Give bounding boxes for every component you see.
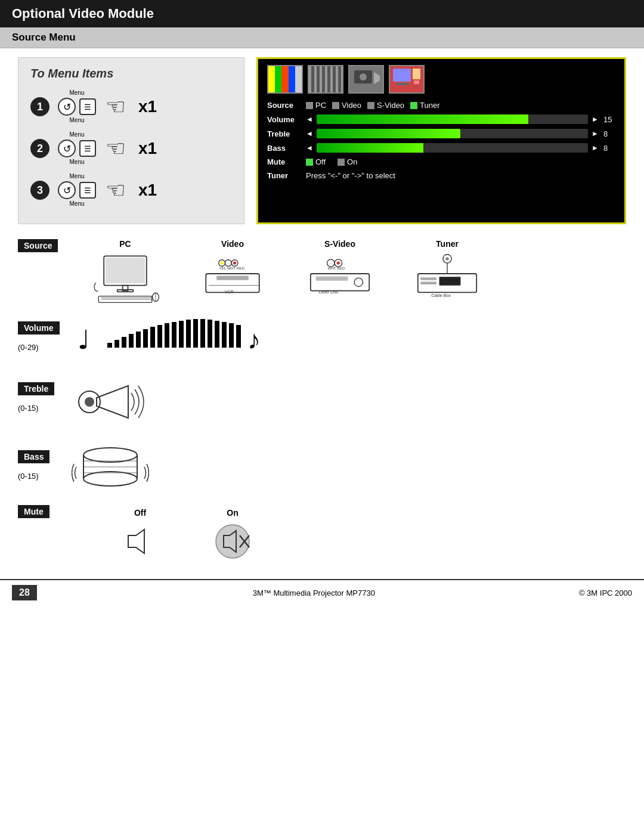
- svg-rect-3: [393, 69, 411, 82]
- menu-items-title: To Menu Items: [30, 67, 232, 80]
- svg-rect-45: [107, 343, 112, 348]
- menu-button-icon-1: ☰: [79, 98, 96, 115]
- treble-content: [72, 369, 626, 425]
- osd-mute-options: Off On: [306, 157, 357, 166]
- svg-rect-4: [397, 83, 408, 85]
- pc-illustration: [89, 253, 161, 304]
- svg-rect-49: [136, 332, 141, 348]
- hand-icon-1: ☞: [106, 94, 126, 120]
- page-footer: 28 3M™ Multimedia Projector MP7730 © 3M …: [0, 579, 644, 605]
- computer-icon-svg: [392, 67, 422, 91]
- osd-bass-value: 8: [603, 144, 615, 153]
- cablebox-illustration: Cable Box: [411, 253, 483, 304]
- source-badge-col: Source: [18, 239, 72, 258]
- source-dot-tuner: [410, 102, 417, 109]
- device-svideo-label: S-Video: [324, 239, 355, 249]
- svg-rect-60: [215, 321, 219, 348]
- osd-panel: Source PC Video S-Video: [256, 57, 626, 224]
- menu-step-1: 1 Menu ↺ ☰ Menu ☞ x1: [30, 89, 232, 124]
- osd-source-label: Source: [267, 101, 306, 110]
- bass-section: Bass (0-15): [18, 434, 626, 496]
- svg-text:♪: ♪: [247, 325, 261, 354]
- svg-text:Cable Box: Cable Box: [431, 293, 451, 298]
- svg-rect-6: [414, 80, 419, 84]
- menu-label-2-bot: Menu: [69, 159, 84, 166]
- mute-on-label-text: On: [227, 508, 238, 518]
- svg-rect-41: [420, 281, 436, 284]
- source-pc-label: PC: [315, 101, 326, 110]
- menu-button-icon-2: ☰: [79, 140, 96, 157]
- treble-track: [317, 129, 588, 138]
- laserdisc-illustration: WHT RED Laser Disc: [304, 253, 376, 304]
- bass-arrow-left: ◄: [306, 144, 313, 152]
- osd-bass-slider: ◄ ►: [306, 143, 599, 153]
- volume-badge: Volume: [18, 321, 60, 335]
- osd-volume-row: Volume ◄ ► 15: [267, 114, 615, 124]
- svg-rect-56: [186, 320, 191, 348]
- footer-copyright: © 3M IPC 2000: [579, 589, 632, 597]
- main-content: To Menu Items 1 Menu ↺ ☰ Menu ☞ x1: [0, 57, 644, 561]
- osd-icon-stripes: [308, 65, 343, 94]
- section-title: Source Menu: [12, 32, 76, 43]
- hand-icon-2: ☞: [106, 135, 126, 162]
- source-content: PC: [72, 239, 626, 304]
- bass-visualization: [72, 434, 149, 494]
- svg-rect-51: [150, 327, 155, 348]
- svg-rect-53: [165, 323, 169, 348]
- section-header: Source Menu: [0, 27, 644, 48]
- svg-point-37: [445, 257, 448, 260]
- device-tuner: Tuner Cable Box: [394, 239, 501, 304]
- mute-off-dot: [306, 159, 313, 166]
- svg-rect-59: [208, 320, 212, 348]
- osd-bass-label: Bass: [267, 144, 306, 153]
- svg-point-1: [360, 73, 367, 80]
- device-video-label: Video: [221, 239, 244, 249]
- svg-text:VCR: VCR: [225, 290, 234, 295]
- svg-rect-8: [106, 258, 145, 283]
- step-number-2: 2: [30, 139, 49, 158]
- svg-rect-40: [420, 277, 436, 280]
- osd-source-items: PC Video S-Video Tuner: [306, 101, 440, 110]
- volume-badge-col: Volume (0-29): [18, 321, 72, 352]
- mute-section: Mute Off On: [18, 505, 626, 561]
- device-video: Video YEL WHT RED VCR: [179, 239, 286, 304]
- remote-button-icon-2: ↺: [58, 140, 76, 157]
- x1-label-2: x1: [138, 139, 157, 158]
- remote-button-icon-3: ↺: [58, 181, 76, 199]
- svg-rect-52: [157, 325, 162, 348]
- source-svideo-label: S-Video: [377, 101, 404, 110]
- volume-range: (0-29): [18, 343, 72, 352]
- source-tuner: Tuner: [410, 101, 439, 110]
- svg-rect-42: [439, 277, 461, 285]
- mute-off-item: Off: [119, 508, 161, 561]
- step-number-3: 3: [30, 181, 49, 200]
- menu-label-1-bot: Menu: [69, 117, 84, 124]
- menu-items-box: To Menu Items 1 Menu ↺ ☰ Menu ☞ x1: [18, 57, 244, 224]
- svg-point-29: [329, 261, 332, 264]
- x1-label-3: x1: [138, 181, 157, 200]
- osd-volume-slider: ◄ ►: [306, 114, 599, 124]
- mute-options: Off On: [119, 508, 626, 561]
- osd-treble-row: Treble ◄ ► 8: [267, 129, 615, 138]
- osd-icon-colorbar: [267, 65, 303, 94]
- device-svideo: S-Video WHT RED Laser Disc: [286, 239, 394, 304]
- osd-icon-computer: [389, 65, 425, 94]
- bass-fill: [317, 143, 425, 153]
- device-tuner-label: Tuner: [436, 239, 459, 249]
- mute-content: Off On: [72, 505, 626, 561]
- svg-point-34: [354, 278, 363, 286]
- treble-badge: Treble: [18, 382, 54, 395]
- bass-range: (0-15): [18, 472, 72, 481]
- page-header: Optional Video Module: [0, 0, 644, 27]
- osd-tuner-label: Tuner: [267, 171, 306, 180]
- volume-visualization: ♩: [72, 316, 274, 355]
- svg-point-66: [85, 397, 94, 407]
- svg-rect-24: [216, 276, 249, 280]
- svg-marker-2: [374, 72, 380, 84]
- svg-point-20: [227, 261, 230, 264]
- svg-rect-46: [114, 340, 119, 348]
- svg-marker-74: [128, 529, 144, 553]
- svg-text:YEL WHT RED: YEL WHT RED: [219, 266, 245, 270]
- mute-off-label-text: Off: [134, 508, 146, 518]
- bass-content: [72, 434, 626, 496]
